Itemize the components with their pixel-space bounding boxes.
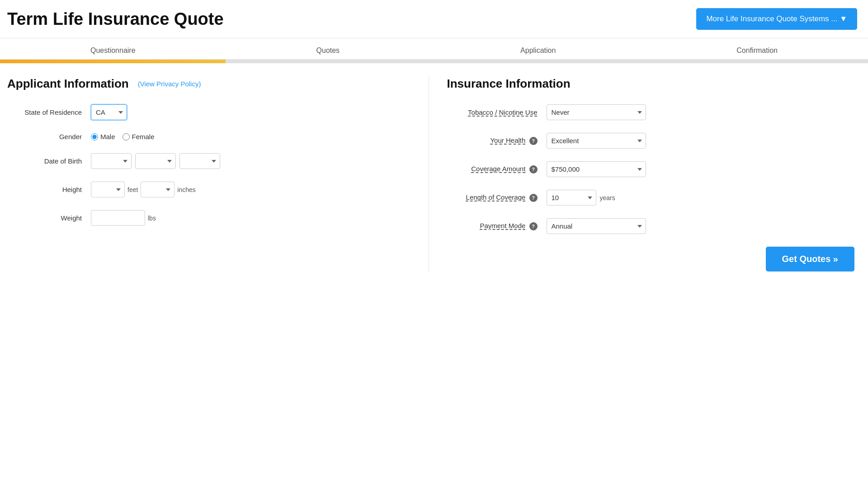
- progress-fill: [0, 60, 226, 63]
- height-inches-select[interactable]: 012 345 678 91011: [141, 182, 175, 197]
- more-systems-label: More Life Insurance Quote Systems ... ▼: [706, 14, 847, 23]
- more-systems-button[interactable]: More Life Insurance Quote Systems ... ▼: [696, 8, 857, 30]
- weight-group: lbs: [91, 210, 156, 226]
- feet-unit: feet: [127, 186, 138, 193]
- gender-female-text: Female: [132, 133, 155, 140]
- coverage-help-icon[interactable]: ?: [529, 165, 538, 173]
- page-title: Term Life Insurance Quote: [7, 9, 224, 29]
- dob-label: Date of Birth: [7, 157, 91, 165]
- length-select[interactable]: 10 15 20 25 30: [547, 190, 596, 206]
- insurance-header: Insurance Information: [447, 77, 855, 91]
- tobacco-row: Tobacco / Nicotine Use Never Yes, curren…: [447, 104, 855, 120]
- applicant-title: Applicant Information: [7, 77, 129, 91]
- payment-row: Payment Mode ? Annual Semi-Annual Quarte…: [447, 218, 855, 234]
- steps-bar: Questionnaire Quotes Application Confirm…: [0, 38, 868, 60]
- insurance-title: Insurance Information: [447, 77, 571, 91]
- insurance-section: Insurance Information Tobacco / Nicotine…: [429, 77, 855, 271]
- lbs-unit: lbs: [148, 215, 156, 222]
- progress-section: Questionnaire Quotes Application Confirm…: [0, 38, 868, 63]
- health-row: Your Health ? Excellent Very Good Good F…: [447, 133, 855, 149]
- years-unit: years: [600, 194, 615, 201]
- height-label: Height: [7, 186, 91, 193]
- gender-female-label[interactable]: Female: [123, 133, 155, 140]
- health-label: Your Health ?: [447, 136, 547, 145]
- header: Term Life Insurance Quote More Life Insu…: [0, 0, 868, 38]
- inches-unit: inches: [177, 186, 195, 193]
- privacy-policy-link[interactable]: (View Privacy Policy): [138, 80, 201, 88]
- dob-day-select[interactable]: 123 456 789 101520 252831: [135, 153, 176, 169]
- length-label: Length of Coverage ?: [447, 193, 547, 202]
- height-feet-select[interactable]: 4567: [91, 182, 125, 197]
- dob-row: Date of Birth 123 456 789 101112 123 456…: [7, 153, 415, 169]
- length-group: 10 15 20 25 30 years: [547, 190, 615, 206]
- step-questionnaire: Questionnaire: [90, 47, 136, 55]
- payment-select[interactable]: Annual Semi-Annual Quarterly Monthly: [547, 218, 646, 234]
- gender-label: Gender: [7, 133, 91, 140]
- coverage-select[interactable]: $100,000 $250,000 $500,000 $750,000 $1,0…: [547, 161, 646, 177]
- gender-row: Gender Male Female: [7, 133, 415, 140]
- step-quotes: Quotes: [316, 47, 340, 55]
- progress-track: [0, 60, 868, 63]
- weight-label: Weight: [7, 214, 91, 222]
- coverage-label: Coverage Amount ?: [447, 165, 547, 173]
- step-application: Application: [520, 47, 556, 55]
- dob-group: 123 456 789 101112 123 456 789 101520 25…: [91, 153, 220, 169]
- dob-month-select[interactable]: 123 456 789 101112: [91, 153, 132, 169]
- gender-male-radio[interactable]: [91, 133, 98, 140]
- payment-help-icon[interactable]: ?: [529, 222, 538, 230]
- gender-female-radio[interactable]: [123, 133, 130, 140]
- gender-group: Male Female: [91, 133, 155, 140]
- weight-row: Weight lbs: [7, 210, 415, 226]
- applicant-section: Applicant Information (View Privacy Poli…: [7, 77, 429, 271]
- health-help-icon[interactable]: ?: [529, 137, 538, 145]
- step-confirmation: Confirmation: [736, 47, 778, 55]
- weight-input[interactable]: [91, 210, 145, 226]
- gender-male-label[interactable]: Male: [91, 133, 115, 140]
- get-quotes-row: Get Quotes »: [447, 247, 855, 271]
- state-row: State of Residence CA ALAKAZ ARCOCT DEFL…: [7, 104, 415, 120]
- length-row: Length of Coverage ? 10 15 20 25 30 year…: [447, 190, 855, 206]
- height-group: 4567 feet 012 345 678 91011 inches: [91, 182, 196, 197]
- tobacco-label: Tobacco / Nicotine Use: [447, 108, 547, 116]
- state-label: State of Residence: [7, 108, 91, 116]
- tobacco-select[interactable]: Never Yes, currently Within 1 year Withi…: [547, 104, 646, 120]
- dob-year-select[interactable]: 20001990 19801970 19601950: [179, 153, 220, 169]
- main-content: Applicant Information (View Privacy Poli…: [0, 63, 868, 285]
- gender-male-text: Male: [100, 133, 115, 140]
- health-select[interactable]: Excellent Very Good Good Fair Poor: [547, 133, 646, 149]
- get-quotes-button[interactable]: Get Quotes »: [766, 247, 854, 271]
- length-help-icon[interactable]: ?: [529, 194, 538, 202]
- height-row: Height 4567 feet 012 345 678 91011 inche…: [7, 182, 415, 197]
- coverage-row: Coverage Amount ? $100,000 $250,000 $500…: [447, 161, 855, 177]
- payment-label: Payment Mode ?: [447, 222, 547, 230]
- state-select[interactable]: CA ALAKAZ ARCOCT DEFLGA HIIDIL INIAKS KY…: [91, 104, 127, 120]
- applicant-header: Applicant Information (View Privacy Poli…: [7, 77, 415, 91]
